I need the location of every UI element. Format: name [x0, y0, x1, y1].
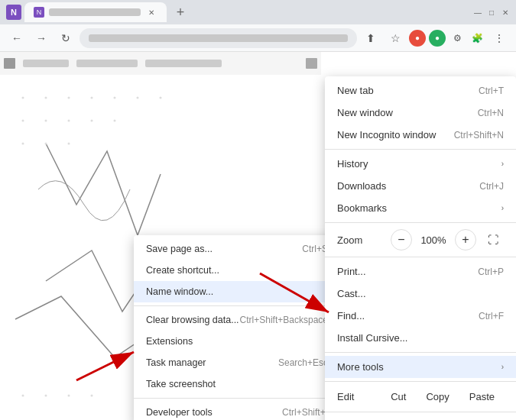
back-button[interactable]: ←: [6, 27, 28, 49]
context-menu: Save page as... Ctrl+S Create shortcut..…: [134, 235, 340, 420]
cut-button[interactable]: Cut: [381, 388, 415, 405]
chrome-menu-settings[interactable]: Settings: [325, 415, 516, 420]
chrome-divider-5: [325, 381, 516, 382]
close-window-button[interactable]: ✕: [501, 8, 510, 17]
menu-item-extensions[interactable]: Extensions: [134, 331, 340, 352]
svg-point-18: [22, 143, 24, 145]
page-content: Save page as... Ctrl+S Create shortcut..…: [0, 52, 516, 420]
chrome-menu-print-shortcut: Ctrl+P: [478, 267, 504, 277]
chrome-menu: New tab Ctrl+T New window Ctrl+N New Inc…: [325, 76, 516, 420]
tab-close-button[interactable]: ✕: [145, 6, 157, 18]
toolbar-right: ⬆ ☆ ● ● ⚙ 🧩 ⋮: [360, 27, 510, 49]
chrome-menu-print[interactable]: Print... Ctrl+P: [325, 260, 516, 283]
menu-item-task-manager[interactable]: Task manager Search+Esc: [134, 352, 340, 373]
address-text: [89, 34, 348, 42]
chrome-menu-more-tools-label: More tools: [337, 361, 384, 373]
svg-point-17: [114, 120, 116, 122]
ext-icon-4[interactable]: 🧩: [469, 30, 485, 47]
edit-row: Edit Cut Copy Paste: [325, 385, 516, 409]
svg-point-9: [91, 97, 93, 99]
copy-button[interactable]: Copy: [417, 388, 458, 405]
chrome-menu-new-window-label: New window: [337, 107, 393, 118]
menu-item-name-window[interactable]: Name window...: [134, 281, 340, 302]
menu-item-save-page-shortcut: Ctrl+S: [302, 244, 328, 254]
menu-button[interactable]: ⋮: [488, 27, 510, 49]
svg-point-6: [22, 97, 24, 99]
browser-tab[interactable]: N ✕: [24, 2, 167, 22]
share-button[interactable]: ⬆: [360, 27, 381, 49]
chrome-menu-new-tab[interactable]: New tab Ctrl+T: [325, 79, 516, 102]
title-bar: N N ✕ + — □ ✕: [0, 0, 516, 24]
chrome-menu-find[interactable]: Find... Ctrl+F: [325, 305, 516, 327]
ext-icon-2[interactable]: ●: [429, 30, 446, 47]
browser-toolbar: ← → ↻ ⬆ ☆ ● ● ⚙ 🧩 ⋮: [0, 24, 516, 52]
zoom-out-button[interactable]: −: [391, 229, 412, 250]
tab-title: [49, 8, 141, 16]
menu-item-take-screenshot-label: Take screenshot: [146, 379, 216, 389]
svg-point-19: [45, 143, 47, 145]
chrome-menu-more-tools[interactable]: More tools ›: [325, 356, 516, 378]
address-bar[interactable]: [80, 28, 357, 48]
svg-point-16: [91, 120, 93, 122]
svg-rect-5: [306, 58, 317, 69]
chrome-menu-install-label: Install Cursive...: [337, 332, 407, 344]
chrome-menu-bookmarks[interactable]: Bookmarks ›: [325, 197, 516, 219]
menu-item-developer-tools[interactable]: Developer tools Ctrl+Shift+I: [134, 402, 340, 420]
menu-item-save-page[interactable]: Save page as... Ctrl+S: [134, 238, 340, 260]
chrome-menu-new-tab-label: New tab: [337, 85, 374, 96]
svg-rect-2: [23, 60, 69, 67]
menu-item-clear-browsing[interactable]: Clear browsing data... Ctrl+Shift+Backsp…: [134, 309, 340, 331]
chrome-menu-find-shortcut: Ctrl+F: [479, 311, 504, 321]
menu-item-save-page-label: Save page as...: [146, 244, 213, 254]
chrome-menu-new-window-shortcut: Ctrl+N: [478, 108, 504, 118]
chrome-menu-downloads[interactable]: Downloads Ctrl+J: [325, 175, 516, 197]
minimize-button[interactable]: —: [473, 8, 482, 17]
ext-icon-3[interactable]: ⚙: [449, 30, 466, 47]
chrome-menu-new-window[interactable]: New window Ctrl+N: [325, 102, 516, 124]
svg-point-22: [45, 395, 47, 397]
chrome-menu-print-label: Print...: [337, 266, 366, 277]
chrome-menu-history-arrow: ›: [501, 160, 504, 168]
ext-icon-1[interactable]: ●: [409, 30, 426, 47]
forward-button[interactable]: →: [31, 27, 52, 49]
svg-point-12: [160, 97, 162, 99]
svg-point-14: [45, 120, 47, 122]
bookmark-button[interactable]: ☆: [385, 27, 406, 49]
svg-point-21: [22, 395, 24, 397]
chrome-menu-incognito[interactable]: New Incognito window Ctrl+Shift+N: [325, 124, 516, 146]
chrome-divider-2: [325, 222, 516, 223]
zoom-fullscreen-button[interactable]: ⛶: [482, 229, 504, 250]
edit-label: Edit: [337, 391, 381, 402]
paste-button[interactable]: Paste: [460, 388, 504, 405]
svg-point-13: [22, 120, 24, 122]
chrome-menu-cast[interactable]: Cast...: [325, 283, 516, 305]
onenote-icon: N: [6, 5, 21, 20]
menu-divider-2: [134, 398, 340, 399]
menu-item-create-shortcut-label: Create shortcut...: [146, 265, 219, 276]
menu-item-developer-tools-shortcut: Ctrl+Shift+I: [282, 407, 328, 418]
chrome-menu-bookmarks-arrow: ›: [501, 204, 504, 212]
menu-item-clear-browsing-shortcut: Ctrl+Shift+Backspace: [240, 315, 328, 325]
menu-item-take-screenshot[interactable]: Take screenshot: [134, 373, 340, 395]
svg-point-8: [68, 97, 70, 99]
menu-item-task-manager-shortcut: Search+Esc: [278, 357, 328, 368]
chrome-menu-find-label: Find...: [337, 310, 365, 321]
new-tab-button[interactable]: +: [170, 2, 191, 23]
chrome-menu-downloads-shortcut: Ctrl+J: [479, 181, 504, 192]
maximize-button[interactable]: □: [487, 8, 496, 17]
menu-item-task-manager-label: Task manager: [146, 357, 206, 368]
chrome-menu-history[interactable]: History ›: [325, 153, 516, 175]
zoom-in-button[interactable]: +: [455, 229, 476, 250]
menu-item-extensions-label: Extensions: [146, 336, 193, 347]
menu-item-developer-tools-label: Developer tools: [146, 407, 213, 418]
chrome-menu-install[interactable]: Install Cursive...: [325, 327, 516, 349]
chrome-menu-more-tools-arrow: ›: [501, 363, 504, 371]
tab-favicon: N: [34, 7, 44, 18]
chrome-menu-incognito-label: New Incognito window: [337, 129, 436, 141]
svg-point-23: [68, 395, 70, 397]
reload-button[interactable]: ↻: [55, 27, 76, 49]
svg-point-7: [45, 97, 47, 99]
chrome-menu-history-label: History: [337, 158, 368, 170]
chrome-divider-4: [325, 352, 516, 353]
menu-item-create-shortcut[interactable]: Create shortcut...: [134, 260, 340, 281]
